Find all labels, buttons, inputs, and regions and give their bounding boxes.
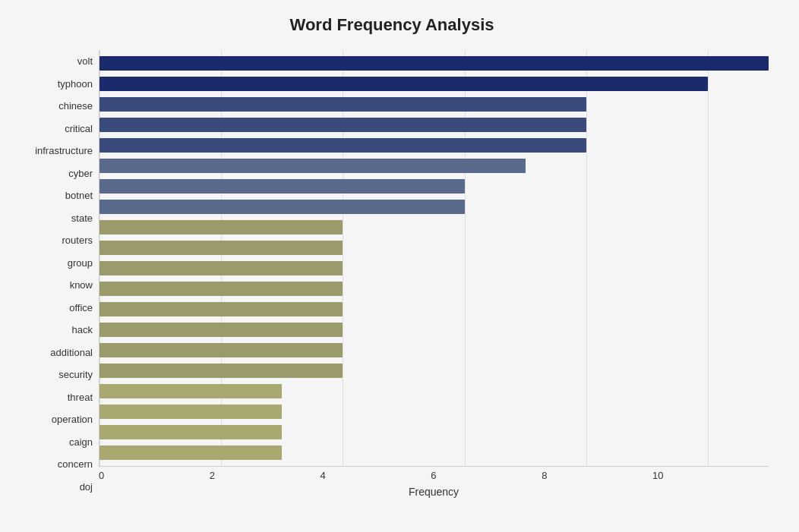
y-tick-label: infrastructure [35, 146, 93, 156]
y-tick-label: threat [68, 392, 93, 402]
bar [99, 282, 343, 296]
bar [99, 425, 282, 439]
x-tick: 6 [431, 470, 436, 481]
bars-wrapper [99, 50, 769, 466]
x-tick: 10 [652, 470, 663, 481]
bar-row [99, 135, 769, 156]
bar-row [99, 442, 769, 463]
bar [99, 138, 586, 153]
bar [99, 323, 343, 337]
y-tick-label: concern [58, 459, 93, 469]
bar [99, 343, 343, 357]
bar [99, 302, 343, 316]
x-tick: 0 [99, 470, 104, 481]
bar-row [99, 320, 769, 340]
bar [99, 77, 708, 91]
bar [99, 384, 282, 398]
bars-area [99, 50, 769, 467]
bar-row [99, 156, 769, 176]
bar-row [99, 238, 769, 258]
y-tick-label: know [70, 280, 93, 290]
bar [99, 405, 282, 419]
bar [99, 118, 586, 132]
y-tick-label: operation [52, 414, 93, 424]
y-tick-label: doj [80, 482, 93, 492]
bars-and-xaxis: 0246810 Frequency [99, 50, 769, 498]
bar [99, 220, 343, 235]
bar [99, 56, 769, 71]
chart-container: Word Frequency Analysis volttyphoonchine… [0, 0, 799, 532]
bar-row [99, 360, 769, 381]
bar [99, 200, 465, 214]
y-tick-label: security [58, 370, 93, 379]
bar [99, 159, 526, 173]
bar-row [99, 422, 769, 442]
y-tick-label: chinese [58, 101, 93, 111]
bar-row [99, 176, 769, 197]
y-tick-label: caign [69, 437, 93, 447]
bar-row [99, 340, 769, 360]
bar-row [99, 258, 769, 279]
bar [99, 445, 282, 460]
chart-area: volttyphoonchinesecriticalinfrastructure… [15, 50, 769, 498]
bar-row [99, 401, 769, 422]
bar [99, 261, 343, 275]
y-tick-label: state [71, 213, 93, 223]
y-tick-label: botnet [65, 190, 93, 200]
y-axis: volttyphoonchinesecriticalinfrastructure… [15, 50, 99, 498]
y-tick-label: cyber [68, 168, 93, 178]
bar-row [99, 299, 769, 320]
bar-row [99, 381, 769, 401]
y-tick-label: routers [62, 235, 93, 245]
bar [99, 241, 343, 255]
bar-row [99, 115, 769, 135]
bar-row [99, 53, 769, 74]
y-tick-label: hack [72, 325, 93, 335]
x-tick: 8 [542, 470, 547, 481]
bar [99, 97, 586, 112]
x-tick: 4 [321, 470, 326, 481]
y-tick-label: critical [65, 124, 93, 134]
x-axis-label: Frequency [99, 486, 769, 498]
x-axis: 0246810 [99, 467, 769, 481]
bar-row [99, 279, 769, 299]
bar-row [99, 217, 769, 238]
y-tick-label: additional [50, 348, 93, 357]
bar [99, 364, 343, 378]
x-tick: 2 [210, 470, 215, 481]
bar [99, 179, 465, 194]
bar-row [99, 197, 769, 217]
y-tick-label: typhoon [58, 79, 93, 89]
bar-row [99, 74, 769, 94]
chart-title: Word Frequency Analysis [15, 15, 769, 35]
bar-row [99, 94, 769, 115]
y-tick-label: office [69, 303, 93, 313]
y-tick-label: group [68, 258, 93, 268]
y-tick-label: volt [77, 56, 93, 66]
